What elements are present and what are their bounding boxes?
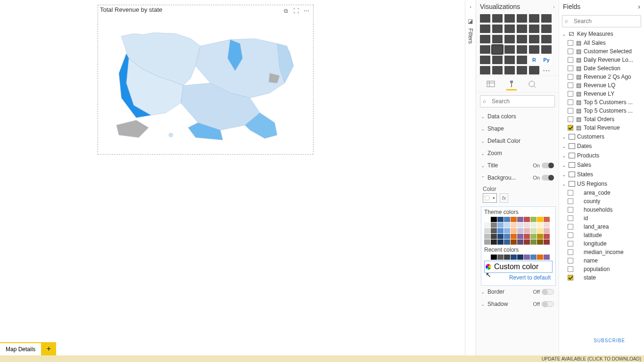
update-available-bar[interactable]: UPDATE AVAILABLE (CLICK TO DOWNLOAD): [0, 355, 644, 362]
color-swatch[interactable]: [524, 234, 530, 239]
color-swatch[interactable]: [511, 222, 517, 228]
color-swatch[interactable]: [537, 222, 543, 228]
field-checkbox[interactable]: [568, 224, 573, 230]
fields-well-icon[interactable]: [485, 79, 497, 89]
field-checkbox[interactable]: [568, 249, 573, 255]
waterfall-icon[interactable]: [480, 35, 490, 43]
key-influencers-icon[interactable]: [480, 66, 490, 74]
map-visual[interactable]: Total Revenue by state ⧉ ⛶ ⋯: [98, 5, 314, 155]
table-row[interactable]: ⌄Dates: [559, 141, 644, 151]
field-checkbox[interactable]: [568, 266, 573, 272]
color-swatch[interactable]: [484, 217, 490, 222]
page-tab-map-details[interactable]: Map Details: [0, 342, 41, 355]
color-swatch[interactable]: [511, 255, 517, 260]
more-options-icon[interactable]: ⋯: [303, 7, 310, 15]
color-swatch[interactable]: [544, 239, 550, 245]
r-visual-icon[interactable]: R: [529, 56, 539, 64]
add-page-button[interactable]: +: [41, 342, 56, 355]
color-swatch[interactable]: [504, 234, 510, 239]
color-swatch[interactable]: [524, 222, 530, 228]
field-row[interactable]: state: [559, 273, 644, 282]
color-swatch[interactable]: [537, 239, 543, 245]
filter-icon[interactable]: ⧉: [282, 7, 289, 15]
funnel-icon[interactable]: [492, 35, 503, 43]
field-checkbox[interactable]: [568, 207, 573, 213]
multi-row-card-icon[interactable]: [541, 45, 552, 54]
border-section[interactable]: ⌄BorderOff: [476, 286, 559, 298]
color-swatch[interactable]: [491, 228, 497, 233]
python-visual-icon[interactable]: Py: [541, 56, 552, 64]
color-swatch[interactable]: [530, 234, 537, 239]
color-swatch[interactable]: [517, 228, 523, 233]
field-checkbox[interactable]: [568, 66, 573, 71]
color-swatch[interactable]: [537, 217, 543, 222]
clustered-bar-icon[interactable]: [504, 14, 515, 23]
field-checkbox[interactable]: [568, 108, 573, 114]
line-chart-icon[interactable]: [480, 25, 490, 33]
color-swatch[interactable]: [511, 228, 517, 233]
field-row[interactable]: area_code: [559, 189, 644, 197]
color-swatch[interactable]: [530, 239, 537, 245]
area-chart-icon[interactable]: [492, 25, 503, 33]
background-color-picker[interactable]: ▾: [483, 193, 497, 203]
table-row[interactable]: ⌄🗠Key Measures: [559, 29, 644, 39]
field-row[interactable]: ▤Top 5 Customers ...: [559, 107, 644, 115]
color-swatch[interactable]: [484, 228, 490, 233]
color-swatch[interactable]: [524, 228, 530, 233]
field-checkbox[interactable]: [568, 116, 573, 122]
field-checkbox[interactable]: [568, 198, 573, 204]
color-swatch[interactable]: [484, 239, 490, 245]
gauge-icon[interactable]: [517, 45, 527, 54]
color-swatch[interactable]: [497, 239, 504, 245]
color-swatch[interactable]: [491, 239, 497, 245]
analytics-well-icon[interactable]: [526, 79, 538, 89]
border-toggle[interactable]: Off: [533, 289, 554, 295]
line-clustered-column-icon[interactable]: [529, 25, 539, 33]
table-row[interactable]: ⌄Customers: [559, 132, 644, 141]
field-checkbox[interactable]: [568, 82, 573, 88]
paginated-report-icon[interactable]: [517, 66, 527, 74]
field-checkbox[interactable]: [568, 49, 573, 54]
field-row[interactable]: longitude: [559, 239, 644, 248]
field-row[interactable]: population: [559, 265, 644, 273]
stacked-bar-icon[interactable]: [480, 14, 490, 23]
table-row[interactable]: ⌄States: [559, 170, 644, 179]
custom-color-button[interactable]: Custom color: [484, 261, 553, 273]
color-swatch[interactable]: [484, 255, 490, 260]
color-swatch[interactable]: [524, 217, 530, 222]
field-row[interactable]: ▤Date Selection: [559, 64, 644, 73]
color-swatch[interactable]: [517, 239, 523, 245]
field-row[interactable]: ▤Daily Revenue Lo...: [559, 56, 644, 64]
color-swatch[interactable]: [544, 255, 550, 260]
format-search-input[interactable]: [480, 95, 555, 107]
color-swatch[interactable]: [497, 234, 504, 239]
kpi-icon[interactable]: [480, 56, 490, 64]
field-row[interactable]: ▤Revenue LQ: [559, 81, 644, 90]
field-checkbox[interactable]: [568, 275, 573, 280]
card-icon[interactable]: [529, 45, 539, 54]
field-row[interactable]: ▤Total Orders: [559, 115, 644, 123]
stacked-column-100-icon[interactable]: [541, 14, 552, 23]
shadow-toggle[interactable]: Off: [533, 301, 554, 307]
report-canvas[interactable]: Total Revenue by state ⧉ ⛶ ⋯: [0, 0, 465, 357]
color-swatch[interactable]: [491, 217, 497, 222]
default-color-section[interactable]: ⌄Default Color: [476, 135, 559, 147]
field-row[interactable]: ▤Revenue 2 Qs Ago: [559, 73, 644, 81]
color-swatch[interactable]: [497, 222, 504, 228]
field-row[interactable]: ▤Revenue LY: [559, 90, 644, 98]
color-swatch[interactable]: [517, 234, 523, 239]
color-swatch[interactable]: [491, 234, 497, 239]
field-row[interactable]: ▤Total Revenue: [559, 123, 644, 132]
stacked-column-icon[interactable]: [492, 14, 503, 23]
pie-icon[interactable]: [517, 35, 527, 43]
field-checkbox[interactable]: [568, 91, 573, 97]
field-row[interactable]: ▤All Sales: [559, 39, 644, 47]
data-colors-section[interactable]: ⌄Data colors: [476, 110, 559, 123]
matrix-icon[interactable]: [517, 56, 527, 64]
revert-to-default-link[interactable]: Revert to default: [484, 273, 553, 282]
color-swatch[interactable]: [497, 217, 504, 222]
field-row[interactable]: id: [559, 214, 644, 222]
color-swatch[interactable]: [497, 255, 504, 260]
chevron-right-icon[interactable]: ›: [553, 4, 555, 9]
map-icon[interactable]: [480, 45, 490, 54]
